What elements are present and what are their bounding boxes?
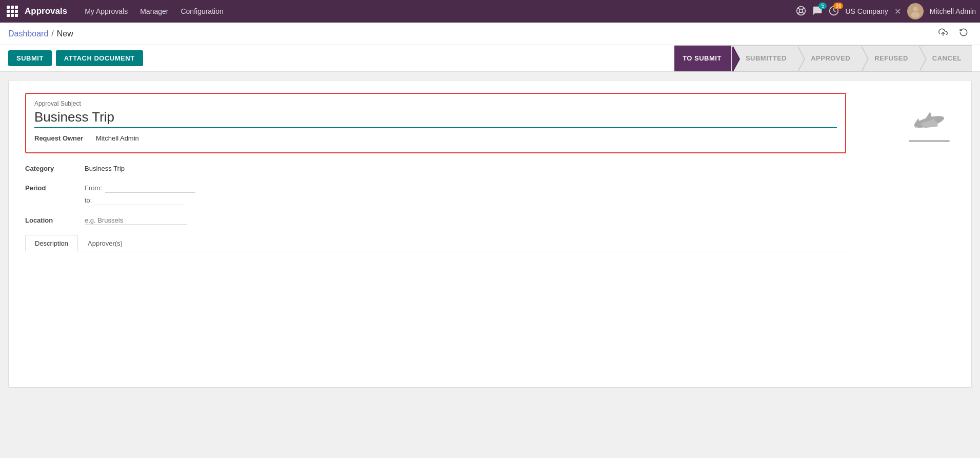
svg-line-5 <box>798 12 801 14</box>
subject-label: Approval Subject <box>34 100 837 107</box>
period-row: Period From: to: <box>25 183 846 205</box>
tab-approvers[interactable]: Approver(s) <box>78 235 132 251</box>
submit-button[interactable]: SUBMIT <box>8 50 52 66</box>
nav-my-approvals[interactable]: My Approvals <box>79 4 133 18</box>
svg-point-7 <box>913 7 917 11</box>
nav-menu: My Approvals Manager Configuration <box>79 4 796 18</box>
apps-menu-button[interactable] <box>4 3 21 19</box>
svg-line-4 <box>803 8 805 10</box>
activity-badge: 36 <box>833 3 843 9</box>
pipeline-step-submitted[interactable]: SUBMITTED <box>731 45 797 72</box>
request-owner-value: Mitchell Admin <box>96 134 139 142</box>
action-bar: SUBMIT ATTACH DOCUMENT TO SUBMIT SUBMITT… <box>0 45 980 72</box>
content-area: Approval Subject Request Owner Mitchell … <box>0 72 980 458</box>
form-fields: Category Business Trip Period From: to: <box>25 164 846 225</box>
navbar-right: 5 36 US Company ✕ Mitchell Admin <box>796 3 976 19</box>
app-title: Approvals <box>25 6 67 16</box>
svg-point-1 <box>799 9 803 12</box>
activity-icon[interactable]: 36 <box>829 6 839 17</box>
breadcrumb-separator: / <box>51 29 53 38</box>
svg-point-8 <box>911 12 919 18</box>
period-to-row: to: <box>85 195 195 205</box>
form-card: Approval Subject Request Owner Mitchell … <box>8 80 972 388</box>
breadcrumb-actions <box>935 26 972 42</box>
period-fields: From: to: <box>85 183 195 205</box>
pipeline-step-to-submit[interactable]: TO SUBMIT <box>674 45 732 72</box>
tabs: Description Approver(s) <box>25 235 846 251</box>
nav-manager[interactable]: Manager <box>135 4 173 18</box>
location-label: Location <box>25 215 76 224</box>
pipeline-step-approved[interactable]: APPROVED <box>796 45 861 72</box>
form-main: Approval Subject Request Owner Mitchell … <box>25 93 846 371</box>
settings-wrench-icon[interactable]: ✕ <box>894 7 901 16</box>
location-row: Location <box>25 215 846 225</box>
request-owner-label: Request Owner <box>34 134 96 142</box>
breadcrumb-current: New <box>57 29 73 38</box>
attach-document-button[interactable]: ATTACH DOCUMENT <box>56 50 143 66</box>
navbar: Approvals My Approvals Manager Configura… <box>0 0 980 23</box>
category-label: Category <box>25 164 76 172</box>
period-from-row: From: <box>85 183 195 193</box>
upload-button[interactable] <box>935 26 951 42</box>
breadcrumb-bar: Dashboard / New <box>0 23 980 45</box>
subject-section: Approval Subject Request Owner Mitchell … <box>25 93 846 153</box>
svg-marker-15 <box>926 112 932 118</box>
discard-button[interactable] <box>955 26 972 42</box>
location-input[interactable] <box>85 216 187 225</box>
breadcrumb: Dashboard / New <box>8 29 73 38</box>
airplane-decoration-line <box>909 140 950 142</box>
support-icon[interactable] <box>796 6 806 17</box>
chat-icon[interactable]: 5 <box>812 6 823 17</box>
subject-input[interactable] <box>34 109 837 128</box>
svg-line-3 <box>803 12 805 14</box>
company-name: US Company <box>845 7 888 15</box>
period-to-input[interactable] <box>95 195 185 205</box>
breadcrumb-parent[interactable]: Dashboard <box>8 29 48 38</box>
svg-line-2 <box>798 8 801 10</box>
nav-configuration[interactable]: Configuration <box>175 4 228 18</box>
pipeline-step-refused[interactable]: REFUSED <box>860 45 918 72</box>
category-value[interactable]: Business Trip <box>85 165 125 172</box>
request-owner-row: Request Owner Mitchell Admin <box>34 134 837 142</box>
period-to-label: to: <box>85 196 92 204</box>
tab-description[interactable]: Description <box>25 235 78 251</box>
category-row: Category Business Trip <box>25 164 846 172</box>
user-avatar[interactable] <box>907 3 924 19</box>
period-from-input[interactable] <box>105 183 195 193</box>
period-label: Period <box>25 183 76 192</box>
form-side <box>863 93 955 371</box>
category-icon <box>904 103 955 144</box>
pipeline: TO SUBMIT SUBMITTED APPROVED REFUSED CAN… <box>674 45 972 72</box>
chat-badge: 5 <box>818 3 827 9</box>
period-from-label: From: <box>85 184 102 192</box>
user-name[interactable]: Mitchell Admin <box>930 7 976 15</box>
